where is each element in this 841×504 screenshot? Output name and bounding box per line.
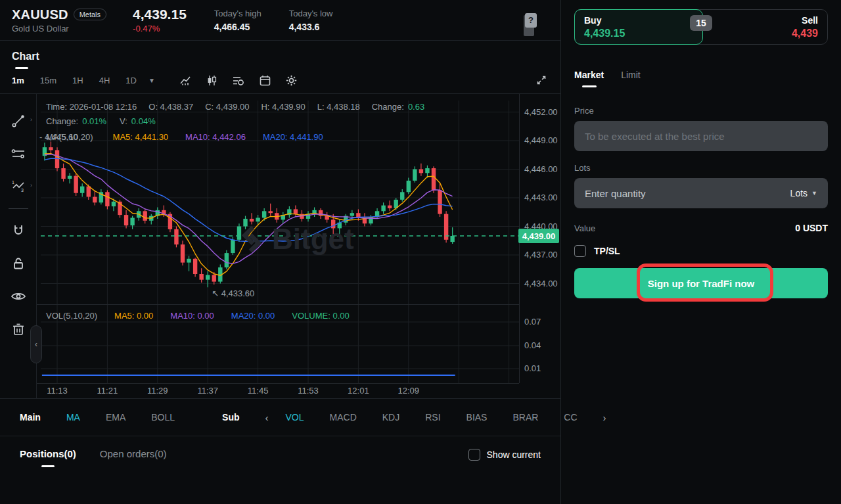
line-chart-icon[interactable]: [180, 75, 191, 86]
chart-tab[interactable]: Chart: [12, 51, 39, 62]
info-segment: MA10: 4,442.06: [185, 132, 246, 142]
low-value: 4,433.6: [289, 22, 333, 32]
indicator-ma[interactable]: MA: [66, 412, 80, 423]
x-axis-tick: 11:37: [193, 386, 222, 396]
horizontal-lines-icon[interactable]: [0, 137, 36, 170]
metals-badge: Metals: [74, 9, 106, 20]
indicator-rsi[interactable]: RSI: [425, 412, 440, 423]
todays-high-block: Today's high 4,466.45: [214, 9, 261, 32]
timeframe-1D[interactable]: 1D: [125, 76, 137, 85]
sell-price: 4,439: [718, 28, 818, 39]
quantity-placeholder: Enter quantity: [585, 188, 646, 199]
eye-icon[interactable]: [0, 280, 36, 313]
value-row: Value 0 USDT: [574, 223, 828, 233]
chart-region: › 13 ›: [0, 93, 560, 399]
indicator-vol[interactable]: VOL: [286, 412, 304, 423]
buy-toggle[interactable]: Buy 4,439.15: [574, 9, 703, 45]
positions-tab[interactable]: Positions(0): [20, 448, 76, 467]
info-segment: V:: [120, 116, 127, 126]
trendline-icon[interactable]: ›: [0, 104, 36, 137]
info-segment: Change:: [372, 102, 404, 112]
candles-icon[interactable]: [206, 75, 217, 86]
candlestick-chart[interactable]: [41, 101, 519, 304]
price-field-label: Price: [574, 106, 828, 116]
price-block: 4,439.15 -0.47%: [133, 7, 187, 34]
symbol-name[interactable]: XAUUSD: [12, 7, 68, 22]
indicators-icon[interactable]: [233, 75, 244, 86]
settings-gear-icon[interactable]: [286, 75, 297, 86]
quantity-input[interactable]: Enter quantity Lots ▼: [574, 178, 828, 208]
show-current-checkbox[interactable]: [468, 449, 480, 461]
info-segment: Time: 2026-01-08 12:16: [46, 102, 137, 112]
buy-sell-selector: Buy 4,439.15 Sell 4,439 15: [574, 9, 828, 45]
y-axis-tick: 4,443.00: [524, 193, 558, 202]
scroll-left-icon[interactable]: ‹: [265, 412, 269, 423]
sell-toggle[interactable]: Sell 4,439: [709, 10, 827, 44]
x-axis-tick: 12:01: [344, 386, 373, 396]
show-current-toggle: Show current: [468, 449, 541, 461]
pane-divider: [37, 304, 519, 305]
info-segment: MA5: 0.00: [114, 311, 153, 321]
tab-limit[interactable]: Limit: [621, 70, 641, 87]
chart-tool-icons: [180, 75, 297, 86]
wave-pattern-icon[interactable]: 13 ›: [0, 170, 36, 203]
market-tab-underline: [582, 85, 597, 87]
x-axis-tick: 11:13: [43, 386, 72, 396]
positions-tab-underline: [41, 465, 55, 467]
info-segment: MA20: 0.00: [231, 311, 275, 321]
main-indicator-label[interactable]: Main: [20, 412, 41, 423]
info-segment: H: 4,439.90: [261, 102, 305, 112]
indicator-macd[interactable]: MACD: [330, 412, 357, 423]
info-segment: 0.01%: [82, 116, 106, 126]
tpsl-checkbox[interactable]: [574, 245, 586, 257]
indicator-tab-bar: MainMAEMABOLLSub‹VOLMACDKDJRSIBIASBRARCC…: [0, 399, 560, 436]
info-segment: MA10: 0.00: [170, 311, 214, 321]
ohlc-info-row: Time: 2026-01-08 12:16O: 4,438.37C: 4,43…: [46, 102, 424, 112]
xaxis-divider: [37, 383, 519, 384]
high-value: 4,466.45: [214, 22, 261, 32]
last-price-tag: 4,439.00: [518, 229, 559, 243]
expand-icon[interactable]: [535, 74, 547, 86]
x-axis-tick: 11:29: [143, 386, 172, 396]
sub-indicator-label[interactable]: Sub: [222, 412, 239, 423]
y-axis-tick: 4,434.00: [524, 279, 558, 288]
price-placeholder: To be executed at the best price: [585, 131, 725, 142]
submenu-arrow-icon: ›: [30, 116, 32, 123]
unlock-icon[interactable]: [0, 247, 36, 280]
timeframe-1m[interactable]: 1m: [12, 76, 24, 85]
last-price: 4,439.15: [133, 7, 187, 22]
unit-selector[interactable]: Lots ▼: [790, 188, 817, 198]
x-axis-tick: 11:21: [93, 386, 122, 396]
x-axis-tick: 11:53: [294, 386, 323, 396]
toolbar-divider: [9, 208, 28, 209]
info-segment: O: 4,438.37: [148, 102, 193, 112]
signup-tradfi-button[interactable]: Sign up for TradFi now: [574, 268, 828, 298]
guide-book-icon[interactable]: ?: [525, 13, 537, 28]
info-segment: VOL(5,10,20): [46, 311, 97, 321]
info-segment: MA20: 4,441.90: [263, 132, 323, 142]
indicator-kdj[interactable]: KDJ: [382, 412, 399, 423]
change-info-row: Change:0.01%V:0.04%: [46, 116, 156, 126]
y-axis-tick: 4,452.00: [524, 107, 558, 117]
indicator-boll[interactable]: BOLL: [151, 412, 175, 423]
sidebar-collapse-handle[interactable]: ‹: [30, 325, 42, 363]
timeframe-caret-icon[interactable]: ▼: [148, 77, 155, 84]
indicator-ema[interactable]: EMA: [106, 412, 125, 423]
timeframe-15m[interactable]: 15m: [40, 76, 57, 85]
timeframe-4H[interactable]: 4H: [99, 76, 110, 85]
todays-low-block: Today's low 4,433.6: [289, 9, 333, 32]
symbol-block: XAUUSD Metals Gold US Dollar: [12, 7, 106, 34]
tab-market[interactable]: Market: [574, 70, 604, 87]
calendar-icon[interactable]: [260, 75, 271, 86]
indicator-brar[interactable]: BRAR: [512, 412, 538, 423]
indicator-bias[interactable]: BIAS: [466, 412, 488, 423]
low-label: Today's low: [289, 9, 333, 18]
timeframe-1H[interactable]: 1H: [72, 76, 83, 85]
chart-plot-area[interactable]: Bitget Time: 2026-01-08 12:16O: 4,438.37…: [37, 94, 560, 398]
magnet-icon[interactable]: [0, 214, 36, 247]
order-type-tabs: Market Limit: [574, 70, 828, 87]
leverage-badge[interactable]: 15: [690, 15, 712, 31]
value-label: Value: [574, 223, 595, 233]
open-orders-tab[interactable]: Open orders(0): [100, 448, 167, 459]
price-input[interactable]: To be executed at the best price: [574, 121, 828, 151]
